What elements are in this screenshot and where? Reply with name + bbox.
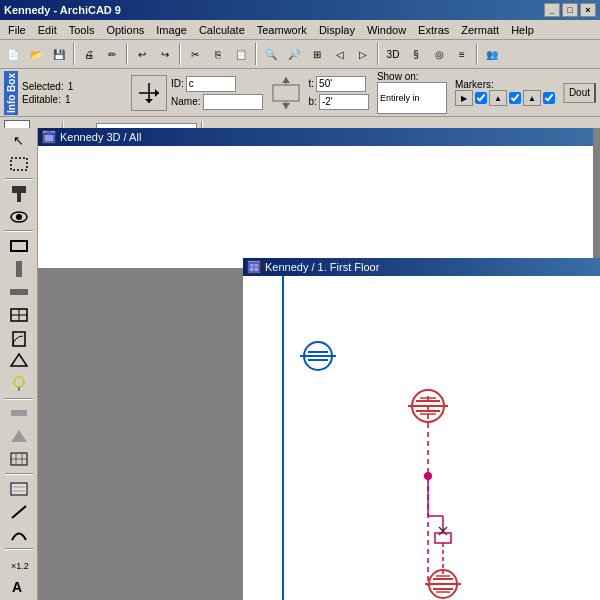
redo-btn[interactable]: ↪: [154, 43, 176, 65]
id-name-area: ID: Name:: [171, 76, 262, 110]
marker-check-2[interactable]: [509, 92, 521, 104]
schedule-btn[interactable]: ≡: [451, 43, 473, 65]
top-marker: [300, 342, 336, 370]
text-tool-btn[interactable]: A: [4, 576, 34, 598]
fill-tool-btn[interactable]: [4, 478, 34, 500]
slab-tool-btn[interactable]: [4, 403, 34, 425]
svg-point-65: [424, 472, 432, 480]
coord-area: t: b:: [309, 76, 369, 110]
paste-btn[interactable]: 📋: [230, 43, 252, 65]
svg-rect-21: [11, 158, 27, 170]
window-floor-icon: [247, 260, 261, 274]
undo-btn[interactable]: ↩: [131, 43, 153, 65]
menu-tools[interactable]: Tools: [63, 22, 101, 38]
3d-btn[interactable]: 3D: [382, 43, 404, 65]
b-label: b:: [309, 96, 317, 107]
zoom-out-btn[interactable]: 🔎: [283, 43, 305, 65]
copy-btn[interactable]: ⎘: [207, 43, 229, 65]
menu-edit[interactable]: Edit: [32, 22, 63, 38]
object-tool-btn[interactable]: [4, 350, 34, 372]
left-sep1: [5, 178, 33, 180]
arrow-tool-btn[interactable]: ↖: [4, 130, 34, 152]
double-button[interactable]: Dout: [563, 83, 596, 103]
menu-extras[interactable]: Extras: [412, 22, 455, 38]
marker-play-btn[interactable]: ▶: [455, 90, 473, 106]
beam-tool-btn[interactable]: [4, 281, 34, 303]
marker-triangle-btn[interactable]: ▲: [489, 90, 507, 106]
sep3: [179, 43, 181, 65]
marker-check-3[interactable]: [543, 92, 555, 104]
marquee-tool-btn[interactable]: [4, 153, 34, 175]
svg-rect-42: [11, 483, 27, 495]
svg-rect-36: [11, 410, 27, 416]
minimize-button[interactable]: _: [544, 3, 560, 17]
eye-left-btn[interactable]: [4, 206, 34, 228]
detail-btn[interactable]: ◎: [428, 43, 450, 65]
menu-window[interactable]: Window: [361, 22, 412, 38]
cut-btn[interactable]: ✂: [184, 43, 206, 65]
save-btn[interactable]: 💾: [48, 43, 70, 65]
sep4: [255, 43, 257, 65]
window-controls[interactable]: _ □ ×: [544, 3, 596, 17]
teamwork-btn[interactable]: 👥: [481, 43, 503, 65]
window-3d-titlebar[interactable]: Kennedy 3D / All: [38, 128, 593, 146]
svg-rect-27: [16, 261, 22, 277]
next-view-btn[interactable]: ▷: [352, 43, 374, 65]
fit-btn[interactable]: ⊞: [306, 43, 328, 65]
maximize-button[interactable]: □: [562, 3, 578, 17]
markers-area: Markers: ▶ ▲ ▲: [455, 79, 555, 106]
sep6: [476, 43, 478, 65]
section-btn[interactable]: §: [405, 43, 427, 65]
print-btn[interactable]: 🖨: [78, 43, 100, 65]
menu-file[interactable]: File: [2, 22, 32, 38]
menu-image[interactable]: Image: [150, 22, 193, 38]
open-btn[interactable]: 📂: [25, 43, 47, 65]
marker-triangle2-btn[interactable]: ▲: [523, 90, 541, 106]
svg-marker-37: [11, 430, 27, 442]
svg-marker-1: [155, 89, 159, 97]
menu-teamwork[interactable]: Teamwork: [251, 22, 313, 38]
name-label: Name:: [171, 96, 200, 107]
scale-tool-btn[interactable]: ×1.2: [4, 553, 34, 575]
close-button[interactable]: ×: [580, 3, 596, 17]
b-input[interactable]: [319, 94, 369, 110]
roof-tool-btn[interactable]: [4, 425, 34, 447]
marker-check-1[interactable]: [475, 92, 487, 104]
svg-rect-48: [44, 134, 54, 142]
id-label: ID:: [171, 78, 184, 89]
show-on-field[interactable]: Entirely in: [377, 82, 447, 114]
zoom-in-btn[interactable]: 🔍: [260, 43, 282, 65]
window-tool-btn[interactable]: [4, 304, 34, 326]
menu-display[interactable]: Display: [313, 22, 361, 38]
prev-view-btn[interactable]: ◁: [329, 43, 351, 65]
menu-calculate[interactable]: Calculate: [193, 22, 251, 38]
window-3d-content: [38, 146, 593, 268]
svg-line-45: [12, 506, 26, 518]
lamp-tool-btn[interactable]: [4, 373, 34, 395]
t-row: t:: [309, 76, 369, 92]
arc-tool-btn[interactable]: [4, 524, 34, 546]
menu-options[interactable]: Options: [100, 22, 150, 38]
wall-tool-btn[interactable]: [4, 235, 34, 257]
toolbar-area: 📄 📂 💾 🖨 ✏ ↩ ↪ ✂ ⎘ 📋 🔍 🔎 ⊞ ◁ ▷ 3D § ◎ ≡ 👥: [0, 40, 600, 69]
column-tool-btn[interactable]: [4, 258, 34, 280]
hammer-tool-btn[interactable]: [4, 183, 34, 205]
menu-help[interactable]: Help: [505, 22, 540, 38]
window-floor-titlebar[interactable]: Kennedy / 1. First Floor: [243, 258, 600, 276]
double-label: Dout: [569, 87, 590, 98]
door-tool-btn[interactable]: [4, 327, 34, 349]
window-3d-icon: [42, 130, 56, 144]
new-btn[interactable]: 📄: [2, 43, 24, 65]
menu-zermatt[interactable]: Zermatt: [455, 22, 505, 38]
svg-marker-3: [145, 99, 153, 103]
name-input[interactable]: [203, 94, 263, 110]
svg-rect-4: [273, 85, 299, 101]
info-row: Info Box Selected: 1 Editable: 1 ID: Nam…: [0, 69, 600, 117]
t-input[interactable]: [316, 76, 366, 92]
svg-marker-33: [11, 354, 27, 366]
id-input[interactable]: [186, 76, 236, 92]
mesh-tool-btn[interactable]: [4, 448, 34, 470]
plotmaker-btn[interactable]: ✏: [101, 43, 123, 65]
sep2: [126, 43, 128, 65]
line-tool-btn[interactable]: [4, 501, 34, 523]
